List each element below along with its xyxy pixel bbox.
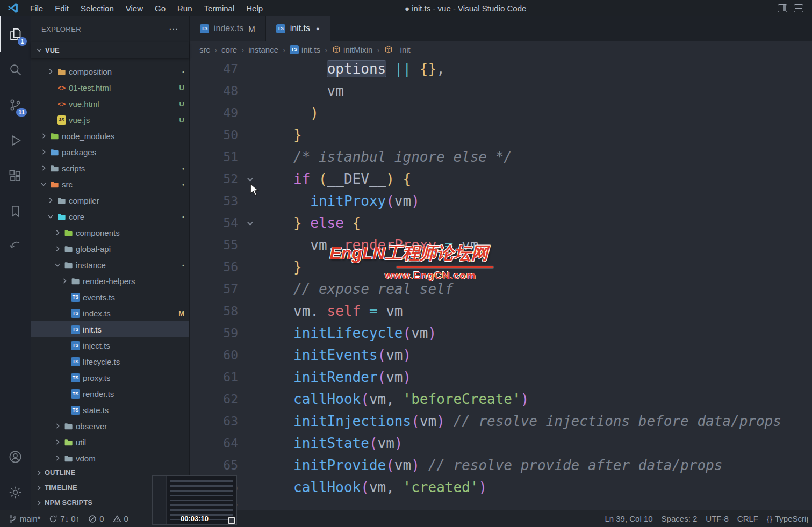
line-number[interactable]: 57 xyxy=(190,278,238,300)
breadcrumb-_init[interactable]: _init xyxy=(384,45,411,54)
code-text[interactable]: } xyxy=(262,256,302,278)
sidebar-item-render-helpers[interactable]: render-helpers xyxy=(31,273,189,289)
code-text[interactable]: options || {}, xyxy=(262,58,445,80)
sidebar-item-compiler[interactable]: compiler xyxy=(31,192,189,208)
menu-help[interactable]: Help xyxy=(240,2,269,15)
sidebar-item-vue-html[interactable]: <>vue.htmlU xyxy=(31,96,189,112)
sidebar-item-global-api[interactable]: global-api xyxy=(31,241,189,257)
bookmarks-icon[interactable] xyxy=(0,193,31,229)
sidebar-item-init-ts[interactable]: TSinit.ts xyxy=(31,321,189,337)
menu-view[interactable]: View xyxy=(120,2,149,15)
line-number[interactable]: 52 xyxy=(190,168,238,190)
project-section-header[interactable]: VUE xyxy=(31,42,189,58)
line-number[interactable]: 61 xyxy=(190,366,238,388)
code-text[interactable]: vm xyxy=(262,80,344,102)
tab-index.ts[interactable]: TSindex.tsM xyxy=(190,16,266,41)
line-number[interactable]: 49 xyxy=(190,102,238,124)
code-text[interactable]: ) xyxy=(262,102,319,124)
line-number[interactable]: 53 xyxy=(190,190,238,212)
sidebar-item-node-modules[interactable]: node_modules xyxy=(31,128,189,144)
code-text[interactable]: callHook(vm, 'beforeCreate') xyxy=(262,388,529,410)
sidebar-item-components[interactable]: components xyxy=(31,225,189,241)
code-text[interactable]: callHook(vm, 'created') xyxy=(262,477,487,499)
sidebar-item-01-test-html[interactable]: <>01-test.htmlU xyxy=(31,80,189,96)
source-control-icon[interactable]: 11 xyxy=(0,87,31,122)
line-number[interactable]: 51 xyxy=(190,146,238,168)
sidebar-item-core[interactable]: core● xyxy=(31,208,189,225)
sidebar-item-index-ts[interactable]: TSindex.tsM xyxy=(31,305,189,321)
sidebar-item-packages[interactable]: packages xyxy=(31,144,189,160)
code-text[interactable]: } xyxy=(262,124,302,146)
line-number[interactable]: 56 xyxy=(190,256,238,278)
code-text[interactable]: /* istanbul ignore else */ xyxy=(262,146,512,168)
settings-icon[interactable] xyxy=(0,474,31,510)
code-text[interactable]: vm._self = vm xyxy=(262,300,403,322)
code-text[interactable]: initProxy(vm) xyxy=(262,190,420,212)
status-warning[interactable]: 0 xyxy=(109,514,133,523)
code-text[interactable]: initLifecycle(vm) xyxy=(262,322,436,344)
sidebar-item-composition[interactable]: composition● xyxy=(31,63,189,80)
code-editor[interactable]: 47 options || {},48 vm49 )50}51/* istanb… xyxy=(190,58,812,510)
account-icon[interactable] xyxy=(0,439,31,474)
line-number[interactable]: 54 xyxy=(190,212,238,234)
menu-selection[interactable]: Selection xyxy=(75,2,120,15)
code-text[interactable]: initRender(vm) xyxy=(262,366,411,388)
line-number[interactable]: 59 xyxy=(190,322,238,344)
code-text[interactable]: initState(vm) xyxy=(262,432,403,454)
status-utf-8[interactable]: UTF-8 xyxy=(701,514,733,523)
code-text[interactable]: } else { xyxy=(262,212,361,234)
sidebar-item-src[interactable]: src● xyxy=(31,176,189,192)
sidebar-item-proxy-ts[interactable]: TSproxy.ts xyxy=(31,370,189,386)
explorer-icon[interactable]: 1 xyxy=(0,16,31,52)
sidebar-item-lifecycle-ts[interactable]: TSlifecycle.ts xyxy=(31,353,189,370)
line-number[interactable]: 50 xyxy=(190,124,238,146)
line-number[interactable]: 60 xyxy=(190,344,238,366)
line-number[interactable]: 63 xyxy=(190,410,238,432)
status-braces[interactable]: {}TypeScript xyxy=(763,514,808,523)
search-icon[interactable] xyxy=(0,52,31,87)
breadcrumb-instance[interactable]: instance xyxy=(248,45,278,54)
menu-file[interactable]: File xyxy=(24,2,49,15)
code-text[interactable]: if (__DEV__) { xyxy=(262,168,411,190)
status-git-branch[interactable]: main* xyxy=(4,514,45,523)
run-debug-icon[interactable] xyxy=(0,122,31,158)
breadcrumb-core[interactable]: core xyxy=(221,45,237,54)
menu-terminal[interactable]: Terminal xyxy=(198,2,241,15)
breadcrumb-initmixin[interactable]: initMixin xyxy=(332,45,372,54)
status-ln-39[interactable]: Ln 39, Col 10 xyxy=(600,514,657,523)
fold-icon[interactable] xyxy=(238,219,262,228)
line-number[interactable]: 55 xyxy=(190,234,238,256)
sidebar-item-observer[interactable]: observer xyxy=(31,418,189,434)
fold-icon[interactable] xyxy=(238,175,262,184)
extensions-icon[interactable] xyxy=(0,158,31,193)
back-reference-icon[interactable] xyxy=(0,229,31,264)
sidebar-item-instance[interactable]: instance● xyxy=(31,257,189,273)
menu-edit[interactable]: Edit xyxy=(49,2,75,15)
sidebar-item-events-ts[interactable]: TSevents.ts xyxy=(31,289,189,305)
line-number[interactable]: 58 xyxy=(190,300,238,322)
menu-run[interactable]: Run xyxy=(171,2,198,15)
code-text[interactable]: vm._renderProxy = vm xyxy=(262,234,478,256)
line-number[interactable]: 48 xyxy=(190,80,238,102)
menu-go[interactable]: Go xyxy=(149,2,171,15)
sidebar-item-util[interactable]: util xyxy=(31,434,189,450)
sidebar-item-render-ts[interactable]: TSrender.ts xyxy=(31,386,189,402)
code-text[interactable]: initInjections(vm) // resolve injections… xyxy=(262,410,781,432)
code-text[interactable]: initEvents(vm) xyxy=(262,344,411,366)
code-text[interactable]: // expose real self xyxy=(262,278,453,300)
line-number[interactable]: 47 xyxy=(190,58,238,80)
breadcrumb-init-ts[interactable]: TSinit.ts xyxy=(290,45,320,54)
breadcrumb-src[interactable]: src xyxy=(199,45,210,54)
sidebar-item-inject-ts[interactable]: TSinject.ts xyxy=(31,337,189,353)
sidebar-item-state-ts[interactable]: TSstate.ts xyxy=(31,402,189,418)
toggle-panel-layout-icon[interactable] xyxy=(778,4,787,12)
status-spaces[interactable]: Spaces: 2 xyxy=(657,514,702,523)
dirty-indicator-icon[interactable]: ● xyxy=(316,25,320,32)
sidebar-item-scripts[interactable]: scripts● xyxy=(31,160,189,176)
status-sync[interactable]: 7↓ 0↑ xyxy=(45,514,84,523)
line-number[interactable]: 64 xyxy=(190,432,238,454)
status-crlf[interactable]: CRLF xyxy=(733,514,763,523)
status-error[interactable]: 0 xyxy=(84,514,108,523)
code-text[interactable]: initProvide(vm) // resolve provide after… xyxy=(262,454,722,477)
more-actions-icon[interactable]: ⋯ xyxy=(169,24,178,35)
